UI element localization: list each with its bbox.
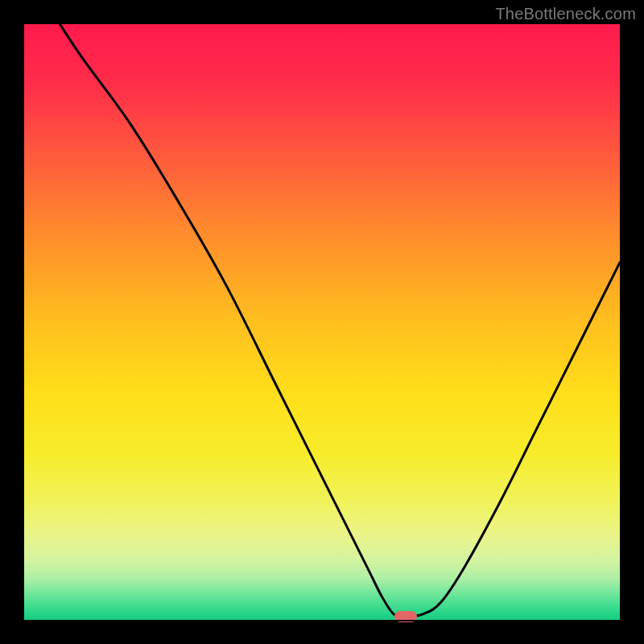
chart-frame: TheBottleneck.com bbox=[0, 0, 644, 644]
watermark-text: TheBottleneck.com bbox=[495, 5, 636, 23]
plot-area bbox=[24, 24, 620, 620]
x-axis bbox=[24, 620, 620, 621]
bottleneck-curve bbox=[24, 24, 620, 620]
curve-path bbox=[60, 24, 620, 617]
